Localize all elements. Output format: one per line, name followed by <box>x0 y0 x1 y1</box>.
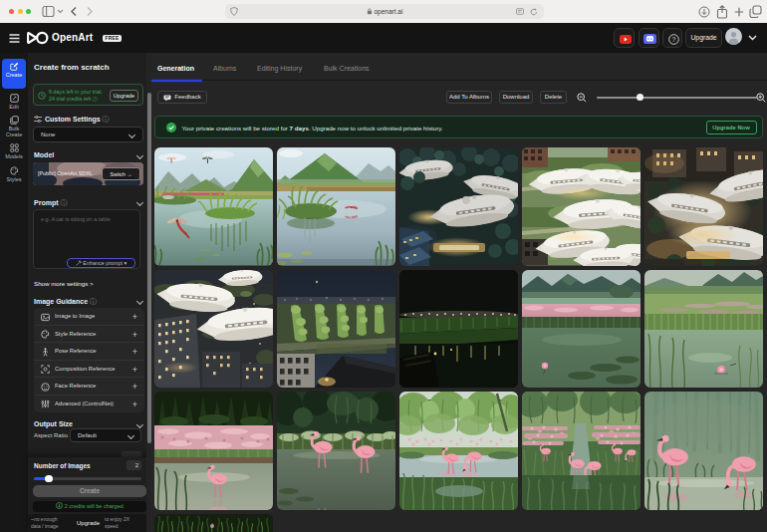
svg-text:?: ? <box>671 35 675 42</box>
